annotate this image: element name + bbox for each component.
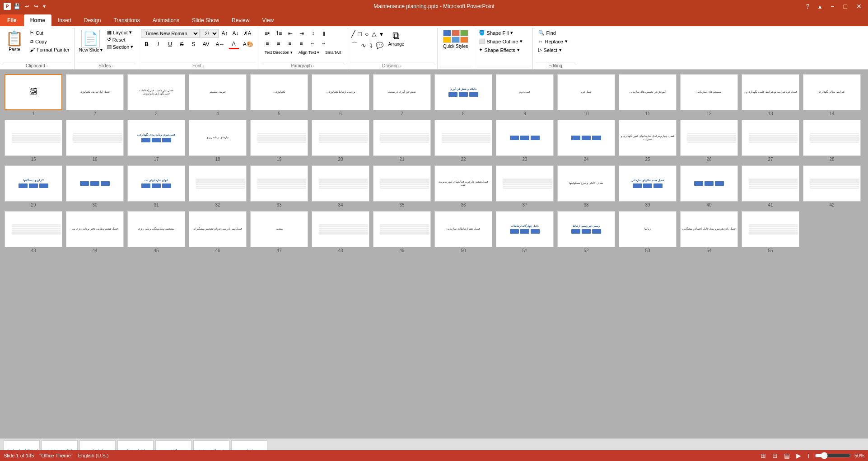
text-direction-btn[interactable]: Text Direction ▾ [262,49,295,56]
bold-button[interactable]: B [141,40,152,49]
slide-thumbnail[interactable] [312,211,369,247]
tab-transitions[interactable]: Transitions [107,14,146,26]
slide-thumb-container[interactable]: نقش فن آوری در صنعت7 [373,74,431,116]
slide-thumbnail[interactable]: نقش فن آوری در صنعت [373,74,431,110]
spacing-button[interactable]: AV [200,40,212,49]
slide-thumbnail[interactable] [5,120,62,156]
slide-thumbnail[interactable]: فصل هفتم شکلهای سازمانی [619,165,677,202]
section-button[interactable]: ▤ Section ▾ [105,43,135,50]
slide-thumbnail[interactable] [434,120,492,156]
slide-thumbnail[interactable]: فصل اول تعریف تکنولوژی [66,74,124,110]
slide-thumb-container[interactable]: ﷽1 [5,74,62,116]
para-expand[interactable]: ⬦ [313,64,315,68]
slide-thumb-container[interactable]: فصل دوم9 [496,74,554,116]
font-size-decrease[interactable]: A↓ [231,29,241,38]
slide-thumb-container[interactable]: فصل هفتم شکلهای سازمانی39 [619,165,677,207]
slide-thumbnail[interactable] [742,165,799,202]
font-size-select[interactable]: 28 [201,29,219,38]
slide-thumbnail[interactable]: شرایط نظام نگهداری [803,74,861,110]
slide-thumb-container[interactable]: 16 [66,120,124,162]
help-btn[interactable]: ? [803,2,812,11]
slide-thumb-container[interactable]: 33 [250,165,308,207]
slide-thumbnail[interactable]: فصل هشتم وظایف دفتر برنامه ریزی نت [66,211,124,247]
slide-thumb-container[interactable]: تکنولوژی...5 [250,74,308,116]
bullets-button[interactable]: ≡• [262,29,273,38]
slide-thumb-container[interactable]: تعریف سیستم4 [189,74,247,116]
reset-button[interactable]: ↺ Reset [105,36,135,43]
font-name-select[interactable]: Times New Roman [141,29,200,38]
slide-thumb-container[interactable]: 42 [803,165,861,207]
slide-thumb-container[interactable]: فصل ششم چارچوب فعالیتهای امور مدیریت فنی… [434,165,492,207]
slide-thumb-container[interactable]: 24 [557,120,615,162]
shadow-button[interactable]: S [188,40,199,49]
slide-thumbnail[interactable] [557,120,615,156]
slide-thumbnail[interactable]: مشخصه وشایستگی برنامه ریزی [127,211,185,247]
smartart-btn[interactable]: SmartArt [322,49,344,56]
slide-thumbnail[interactable] [373,211,431,247]
tab-file[interactable]: File [0,14,24,26]
slide-thumb-container[interactable]: فصل دوم10 [557,74,615,116]
slide-thumbnail[interactable]: فصل اول ماهیت فنی (حفاظت فنی،نگهداری،تکن… [127,74,185,110]
slide-thumb-container[interactable]: بررسی ارتباط تکنولوژی...6 [312,74,369,116]
slide-thumb-container[interactable]: فصل اول تعریف تکنولوژی2 [66,74,124,116]
reading-view-btn[interactable]: ▤ [783,452,791,460]
shape-line[interactable]: ╱ [350,29,356,39]
slide-thumb-container[interactable]: زبانها53 [619,211,677,253]
slide-thumbnail[interactable] [312,120,369,156]
align-center[interactable]: ≡ [273,39,284,48]
slide-thumbnail[interactable]: فصل چهارم مراحل سازمانهای امور نگهداری و… [619,120,677,156]
slide-thumb-container[interactable]: 40 [680,165,738,207]
indent-decrease[interactable]: ⇤ [285,29,296,38]
slide-thumbnail[interactable]: فصل پانزدهم سرو پیما، قابل اعتماد و پیشگ… [680,211,738,247]
slide-thumb-container[interactable]: کارگیری دستگاهها29 [5,165,62,207]
slide-thumbnail[interactable] [373,165,431,202]
slide-thumbnail[interactable]: بررسی ارتباط تکنولوژی... [312,74,369,110]
quick-styles-button[interactable]: Quick Styles [440,29,471,50]
slide-thumbnail[interactable] [66,120,124,156]
slide-thumb-container[interactable]: 21 [373,120,431,162]
slide-thumb-container[interactable]: 26 [680,120,738,162]
save-btn[interactable]: 💾 [13,2,21,10]
indent-increase[interactable]: ⇥ [296,29,307,38]
slide-thumb-container[interactable]: فصل اول ماهیت فنی (حفاظت فنی،نگهداری،تکن… [127,74,185,116]
shape-rect[interactable]: □ [357,29,363,39]
close-btn[interactable]: ✕ [854,2,864,11]
slide-thumb-container[interactable]: 49 [373,211,431,253]
slide-thumb-container[interactable]: دلایل چهارگانه ارتباطات51 [496,211,554,253]
slide-thumb-container[interactable]: 34 [312,165,369,207]
line-spacing[interactable]: ↕ [308,29,318,38]
ltr-button[interactable]: → [318,39,329,48]
align-right[interactable]: ≡ [285,39,295,48]
slide-thumb-container[interactable]: انواع سازمانهای نت31 [127,165,185,207]
slide-thumbnail[interactable] [189,165,247,202]
clipboard-expand[interactable]: ⬦ [46,64,48,68]
slide-thumbnail[interactable]: مقدمه [250,211,308,247]
slide-thumbnail[interactable]: آموزش در تخصص های سازمانی [619,74,677,110]
slides-expand[interactable]: ⬦ [112,64,114,68]
justify[interactable]: ≡ [296,39,307,48]
align-text-btn[interactable]: Align Text ▾ [296,49,322,56]
tab-view[interactable]: View [256,14,280,26]
slide-thumb-container[interactable]: 19 [250,120,308,162]
copy-button[interactable]: ⧉ Copy [28,38,71,45]
slide-thumb-container[interactable]: فصل دهم ارتباطات سازمانی50 [434,211,492,253]
slide-thumbnail[interactable]: نیازهای برنامه ریزی [189,120,247,156]
slide-thumbnail[interactable]: تکنولوژی... [250,74,308,110]
slide-thumbnail[interactable]: رسمی غیررسمی ارتباط [557,211,615,247]
slide-thumb-container[interactable]: 41 [742,165,799,207]
underline-button[interactable]: U [164,40,175,49]
paste-button[interactable]: 📋 Paste [3,29,26,53]
tab-design[interactable]: Design [78,14,107,26]
tab-insert[interactable]: Insert [51,14,78,26]
ribbon-collapse[interactable]: ▴ [816,2,824,11]
slide-thumb-container[interactable]: نیازهای برنامه ریزی18 [189,120,247,162]
slide-thumbnail[interactable]: کارگیری دستگاهها [5,165,62,202]
minimize-btn[interactable]: − [828,2,837,11]
slide-thumbnail[interactable]: ﷽ [5,74,62,110]
slide-thumb-container[interactable]: آموزش در تخصص های سازمانی11 [619,74,677,116]
slide-thumbnail[interactable]: فصل ششم چارچوب فعالیتهای امور مدیریت فنی [434,165,492,202]
slide-thumb-container[interactable]: فصل پانزدهم سرو پیما، قابل اعتماد و پیشگ… [680,211,738,253]
slide-thumbnail[interactable]: دلایل چهارگانه ارتباطات [496,211,554,247]
slide-thumb-container[interactable]: 28 [803,120,861,162]
clear-formatting[interactable]: ✗A [242,29,253,38]
